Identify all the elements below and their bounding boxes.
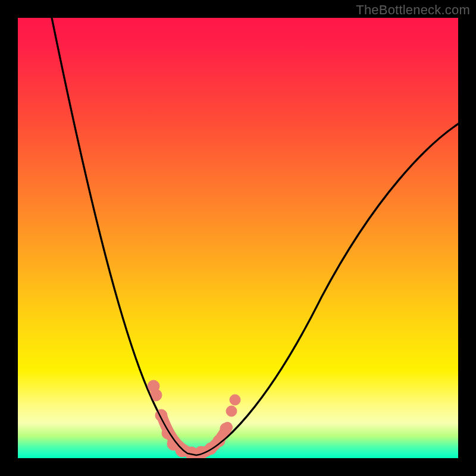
- curve-layer: [18, 18, 458, 458]
- plot-area: [18, 18, 458, 458]
- bottleneck-curve-overlay: [51, 18, 458, 455]
- marker-dot: [230, 394, 240, 405]
- bottleneck-curve: [51, 18, 458, 455]
- chart-frame: TheBottleneck.com: [0, 0, 476, 476]
- marker-dot: [226, 406, 237, 416]
- watermark-text: TheBottleneck.com: [356, 2, 470, 18]
